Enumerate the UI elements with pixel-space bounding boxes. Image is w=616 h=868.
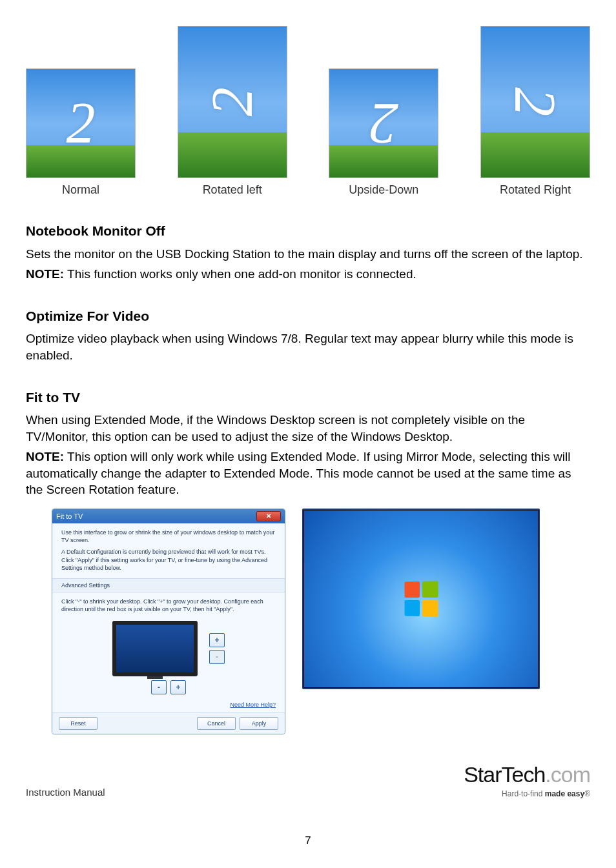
- brand-block: StarTech.com Hard-to-find made easy®: [464, 760, 590, 799]
- close-button[interactable]: ✕: [256, 511, 281, 521]
- thumb-caption: Rotated left: [203, 182, 262, 197]
- note-label: NOTE:: [26, 450, 64, 463]
- brand-tagline: Hard-to-find made easy®: [502, 789, 590, 799]
- thumb-rotated-left: 2 Rotated left: [178, 26, 287, 197]
- thumb-image-upside-down: 2: [329, 68, 438, 178]
- dialog-titlebar: Fit to TV ✕: [52, 509, 285, 523]
- shrink-vertical-button[interactable]: -: [209, 650, 225, 664]
- thumb-image-rotated-left: 2: [178, 26, 287, 178]
- note-notebook-monitor-off: NOTE: This function works only when one …: [26, 266, 590, 283]
- grow-vertical-button[interactable]: +: [209, 633, 225, 647]
- note-label: NOTE:: [26, 267, 64, 281]
- apply-button[interactable]: Apply: [240, 717, 278, 730]
- heading-notebook-monitor-off: Notebook Monitor Off: [26, 222, 590, 240]
- dialog-text-2: A Default Configuration is currently bei…: [61, 548, 276, 571]
- tv-preview-icon: [112, 621, 198, 676]
- body-fit-to-tv-1: When using Extended Mode, if the Windows…: [26, 412, 590, 445]
- tagline-pre: Hard-to-find: [502, 789, 545, 798]
- note-fit-to-tv: NOTE: This option will only work while u…: [26, 449, 590, 498]
- thumb-glyph: 2: [193, 88, 272, 117]
- dialog-title: Fit to TV: [56, 512, 83, 521]
- thumb-normal: 2 Normal: [26, 68, 136, 197]
- thumb-image-normal: 2: [26, 68, 136, 178]
- thumb-glyph: 2: [496, 88, 575, 117]
- footer-instruction-manual: Instruction Manual: [26, 786, 105, 799]
- dialog-text-1: Use this interface to grow or shrink the…: [61, 529, 276, 544]
- note-body: This option will only work while using E…: [26, 450, 571, 496]
- thumb-caption: Rotated Right: [500, 182, 571, 197]
- tv-preview-row: + -: [61, 621, 276, 676]
- heading-optimize-for-video: Optimize For Video: [26, 307, 590, 325]
- brand-logo: StarTech.com: [464, 760, 590, 790]
- fit-to-tv-figures: Fit to TV ✕ Use this interface to grow o…: [52, 509, 590, 734]
- body-optimize-for-video: Optimize video playback when using Windo…: [26, 330, 590, 363]
- tagline-bold: made easy: [545, 789, 584, 798]
- grow-horizontal-button[interactable]: +: [170, 680, 186, 694]
- body-notebook-monitor-off: Sets the monitor on the USB Docking Stat…: [26, 246, 590, 263]
- vertical-steppers: + -: [209, 633, 225, 664]
- dialog-button-row: Reset Cancel Apply: [52, 712, 285, 734]
- dialog-body-advanced: Click "-" to shrink your desktop. Click …: [52, 592, 285, 701]
- windows-logo-icon: [405, 581, 438, 616]
- thumb-caption: Normal: [62, 182, 99, 197]
- cancel-button[interactable]: Cancel: [197, 717, 236, 730]
- reset-button[interactable]: Reset: [59, 717, 98, 730]
- windows-desktop-preview: [302, 509, 540, 689]
- thumb-glyph: 2: [67, 84, 96, 163]
- horizontal-steppers: - +: [61, 680, 276, 694]
- advanced-settings-text: Click "-" to shrink your desktop. Click …: [61, 598, 276, 613]
- thumb-image-rotated-right: 2: [480, 26, 590, 178]
- dialog-body-top: Use this interface to grow or shrink the…: [52, 523, 285, 578]
- fit-to-tv-dialog: Fit to TV ✕ Use this interface to grow o…: [52, 509, 285, 734]
- advanced-settings-header: Advanced Settings: [52, 578, 285, 592]
- thumb-upside-down: 2 Upside-Down: [329, 68, 438, 197]
- thumb-glyph: 2: [369, 84, 398, 163]
- brand-dark: StarTech: [464, 762, 545, 787]
- brand-light: .com: [545, 762, 590, 787]
- thumb-caption: Upside-Down: [349, 182, 418, 197]
- need-more-help-link[interactable]: Need More Help?: [52, 701, 285, 712]
- thumb-rotated-right: 2 Rotated Right: [480, 26, 590, 197]
- tagline-suffix: ®: [584, 789, 590, 798]
- page-footer: Instruction Manual StarTech.com Hard-to-…: [26, 760, 590, 799]
- note-body: This function works only when one add-on…: [64, 267, 416, 281]
- shrink-horizontal-button[interactable]: -: [151, 680, 167, 694]
- rotation-thumbnails: 2 Normal 2 Rotated left 2 Upside-Down 2 …: [26, 26, 590, 197]
- heading-fit-to-tv: Fit to TV: [26, 389, 590, 407]
